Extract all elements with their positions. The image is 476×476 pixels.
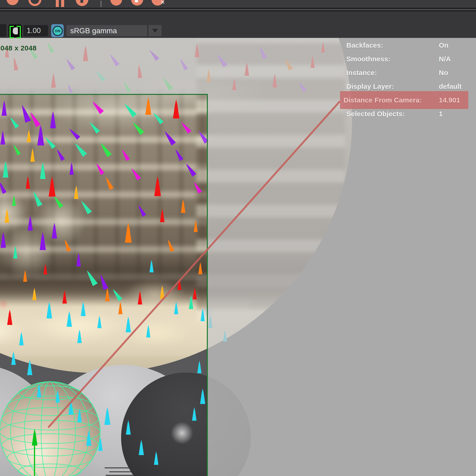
resolution-label: 048 x 2048: [0, 44, 36, 52]
exposure-icon[interactable]: [9, 25, 22, 37]
viewport[interactable]: 048 x 2048 Backfaces: On Smoothness: N/A…: [0, 38, 476, 476]
hud-row-value: N/A: [439, 52, 451, 66]
maya-render-view-window: ✕ 1.00 ON sRGB gamma: [0, 0, 476, 476]
hud-row-value: On: [439, 38, 449, 52]
view-transform-dropdown[interactable]: sRGB gamma: [67, 25, 147, 36]
hud-row: Smoothness: N/A: [340, 52, 468, 66]
remove-image-icon[interactable]: ✕: [152, 0, 164, 6]
hud-row-label: Instance:: [346, 66, 377, 80]
hud-row: Backfaces: On: [340, 38, 468, 52]
render-view-toolbar: ✕: [0, 0, 476, 8]
pause-ipr-icon[interactable]: [56, 0, 64, 7]
hud-row-label: Smoothness:: [346, 52, 391, 66]
toolbar-separator: [101, 1, 101, 7]
render-icon[interactable]: [6, 0, 18, 5]
cropped-field[interactable]: [0, 24, 6, 37]
hud-row-value: default: [439, 80, 462, 93]
ipr-render-icon[interactable]: [28, 0, 41, 6]
display-toolbar: 1.00 ON sRGB gamma: [0, 12, 476, 38]
exposure-value-field[interactable]: 1.00: [23, 25, 48, 36]
keep-image-icon[interactable]: [131, 0, 143, 6]
hud-row: Selected Objects: 1: [340, 107, 468, 121]
hud-row-label: Display Layer:: [346, 80, 394, 93]
exposure-disc-icon: [13, 27, 18, 34]
hud-row-value: 14.901: [439, 93, 460, 107]
hud-row-label: Selected Objects:: [346, 107, 405, 121]
x-glyph: ✕: [160, 0, 165, 5]
toolbar-divider: [0, 8, 476, 12]
color-management-toggle[interactable]: ON: [51, 24, 64, 37]
hud-row: Instance: No: [340, 66, 468, 80]
hud-row-value: 1: [439, 107, 443, 121]
heads-up-display: Backfaces: On Smoothness: N/A Instance: …: [340, 38, 468, 168]
on-toggle-icon: ON: [52, 26, 63, 36]
stop-render-icon[interactable]: [76, 0, 88, 6]
hud-row-value: No: [439, 66, 448, 80]
hud-row-label: Distance From Camera:: [343, 93, 422, 107]
hud-row: Distance From Camera: 14.901: [340, 93, 468, 107]
region-render-icon[interactable]: [110, 0, 122, 6]
dropdown-arrow-button[interactable]: [149, 25, 162, 36]
hud-row-label: Backfaces:: [346, 38, 383, 52]
hud-row: Display Layer: default: [340, 80, 468, 93]
